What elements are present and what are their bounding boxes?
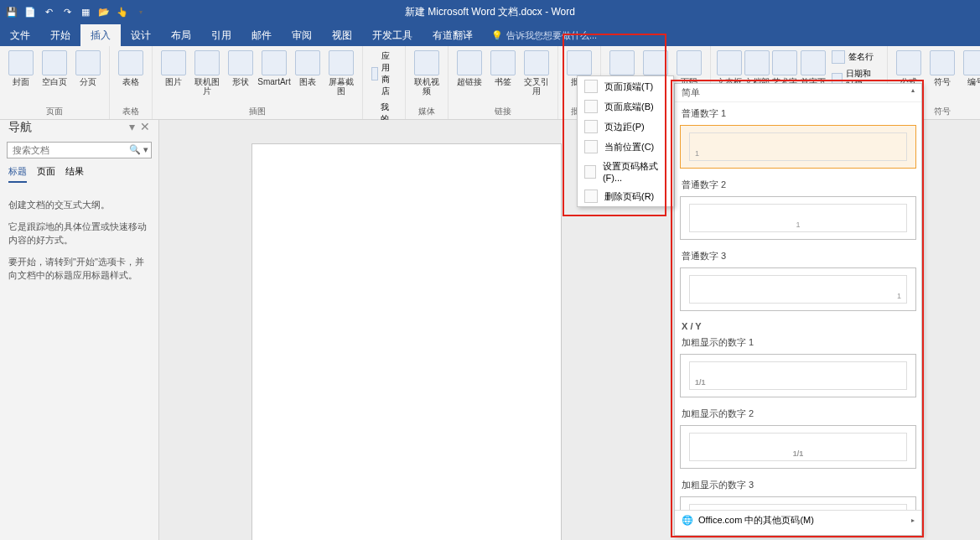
gallery-office-more[interactable]: 🌐 Office.com 中的其他页码(M) ▸ <box>675 510 921 530</box>
gallery-item-preview[interactable]: 1 <box>680 267 916 311</box>
page-number-dropdown: 页面顶端(T)页面底端(B)页边距(P)当前位置(C)设置页码格式(F)...删… <box>577 75 674 207</box>
ribbon-btn[interactable]: 分页 <box>72 49 104 88</box>
ribbon-label: 封面 <box>13 77 29 86</box>
ribbon-btn[interactable]: SmartArt <box>258 49 290 88</box>
ribbon-label: 书签 <box>495 77 511 86</box>
ribbon-btn[interactable]: 艺术字 <box>772 49 798 88</box>
ribbon-group-0: 封面空白页分页页面 <box>0 46 110 119</box>
ribbon-btn-small[interactable]: 应用商店 <box>368 49 400 99</box>
search-icon[interactable]: 🔍 ▾ <box>129 144 148 155</box>
ribbon-icon <box>329 50 354 75</box>
gallery-item-preview[interactable]: 1/1 <box>680 354 916 397</box>
ribbon-label: 联机视频 <box>411 77 443 96</box>
tab-design[interactable]: 设计 <box>121 24 161 46</box>
tab-youdao[interactable]: 有道翻译 <box>423 24 483 46</box>
tab-insert[interactable]: 插入 <box>80 24 121 46</box>
ribbon-icon <box>896 50 921 75</box>
ribbon-icon <box>414 50 439 75</box>
ribbon-btn[interactable]: 联机图片 <box>191 49 223 97</box>
nav-close-icon[interactable]: ✕ <box>140 120 150 135</box>
dropdown-item[interactable]: 页边距(P) <box>578 117 673 137</box>
dropdown-item-icon <box>584 120 598 133</box>
ribbon-btn[interactable]: 联机视频 <box>411 49 443 97</box>
ribbon-btn[interactable]: 书签 <box>487 49 519 88</box>
dropdown-item[interactable]: 设置页码格式(F)... <box>578 157 673 186</box>
gallery-item-preview[interactable]: 1/1 <box>680 425 916 469</box>
ribbon-icon <box>832 50 845 64</box>
nav-hint-1: 创建文档的交互式大纲。 <box>8 198 150 211</box>
nav-tab-headings[interactable]: 标题 <box>8 165 27 183</box>
ribbon-group-label: 页面 <box>5 104 104 119</box>
ribbon-icon <box>963 50 980 75</box>
gallery-collapse-icon[interactable]: ▴ <box>911 86 915 99</box>
ribbon-btn[interactable]: 符号 <box>926 49 958 88</box>
ribbon-btn[interactable]: 编号 <box>960 49 980 88</box>
save-icon[interactable]: 💾 <box>5 6 18 19</box>
tab-references[interactable]: 引用 <box>201 24 241 46</box>
page[interactable] <box>251 143 562 540</box>
tab-review[interactable]: 审阅 <box>282 24 322 46</box>
ribbon-btn[interactable]: 封面 <box>5 49 37 88</box>
dropdown-item[interactable]: 页面底端(B) <box>578 96 673 117</box>
gallery-item-label: 加粗显示的数字 3 <box>680 475 916 495</box>
gallery-item-preview[interactable]: 1 <box>680 196 916 240</box>
nav-title: 导航 <box>8 120 32 135</box>
ribbon-label: 表格 <box>122 77 139 86</box>
new-icon[interactable]: 📄 <box>23 6 37 19</box>
ribbon-btn[interactable]: 超链接 <box>454 49 485 88</box>
ribbon-btn[interactable]: 表格 <box>115 49 147 88</box>
ribbon-group-4: 联机视频媒体 <box>406 46 449 119</box>
gallery-item-label: 加粗显示的数字 1 <box>680 333 916 352</box>
ribbon-label: 应用商店 <box>381 50 397 97</box>
ribbon-label: 编号 <box>967 77 980 86</box>
ribbon-btn[interactable]: 文本框 <box>716 49 742 88</box>
tab-mailings[interactable]: 邮件 <box>241 24 282 46</box>
ribbon-btn[interactable]: 图片 <box>158 49 189 88</box>
menu-bar: 文件 开始 插入 设计 布局 引用 邮件 审阅 视图 开发工具 有道翻译 💡 告… <box>0 24 980 46</box>
touch-icon[interactable]: 👆 <box>116 6 129 19</box>
dropdown-item-icon <box>584 190 598 203</box>
undo-icon[interactable]: ↶ <box>42 6 55 19</box>
nav-dropdown-icon[interactable]: ▾ <box>129 120 135 135</box>
nav-hint-3: 要开始，请转到"开始"选项卡，并向文档中的标题应用标题样式。 <box>8 255 150 282</box>
tab-developer[interactable]: 开发工具 <box>362 24 423 46</box>
ribbon-btn[interactable]: 页码 <box>673 49 705 88</box>
open-icon[interactable]: 📂 <box>97 6 111 19</box>
ribbon-label: 空白页 <box>42 77 67 86</box>
preview-icon[interactable]: ▦ <box>79 6 92 19</box>
nav-tabs: 标题 页面 结果 <box>0 165 158 188</box>
ribbon-icon <box>717 50 742 75</box>
dropdown-item-icon <box>584 100 598 113</box>
gallery-item-preview[interactable]: 1/1 <box>680 496 916 510</box>
gallery-footer-label: Office.com 中的其他页码(M) <box>698 514 814 527</box>
ribbon-btn[interactable]: 形状 <box>225 49 257 88</box>
page-number-preview: 1/1 <box>793 449 804 458</box>
redo-icon[interactable]: ↷ <box>60 6 74 19</box>
ribbon-btn[interactable]: 公式 <box>893 49 925 88</box>
gallery-item-preview[interactable]: 1 <box>680 125 916 169</box>
ribbon-btn-small[interactable]: 签名行 <box>828 49 882 65</box>
tab-file[interactable]: 文件 <box>0 24 40 46</box>
nav-search: 🔍 ▾ <box>7 142 152 158</box>
dropdown-item[interactable]: 当前位置(C) <box>578 137 673 157</box>
gallery-header: 简单 <box>682 86 700 99</box>
nav-tab-pages[interactable]: 页面 <box>37 165 55 183</box>
dropdown-item[interactable]: 页面顶端(T) <box>578 76 673 96</box>
ribbon-icon <box>371 67 378 80</box>
qat-more-icon[interactable]: ▾ <box>134 6 148 19</box>
tab-home[interactable]: 开始 <box>40 24 80 46</box>
page-number-preview: 1 <box>796 221 800 229</box>
page-number-gallery: 简单 ▴ 普通数字 11普通数字 21普通数字 31X / Y加粗显示的数字 1… <box>674 83 922 536</box>
tell-me-search[interactable]: 💡 告诉我您想要做什么... <box>491 24 597 46</box>
nav-tab-results[interactable]: 结果 <box>65 165 84 183</box>
ribbon-btn[interactable]: 空白页 <box>39 49 70 88</box>
ribbon-btn[interactable]: 交叉引用 <box>521 49 552 97</box>
dropdown-item[interactable]: 删除页码(R) <box>578 186 673 206</box>
tab-layout[interactable]: 布局 <box>161 24 201 46</box>
quick-access-toolbar: 💾 📄 ↶ ↷ ▦ 📂 👆 ▾ <box>0 6 153 19</box>
ribbon-btn[interactable]: 屏幕截图 <box>325 49 357 97</box>
tab-view[interactable]: 视图 <box>322 24 362 46</box>
ribbon-icon <box>75 50 101 75</box>
ribbon-btn[interactable]: 图表 <box>292 49 324 88</box>
gallery-category: X / Y <box>680 318 916 333</box>
